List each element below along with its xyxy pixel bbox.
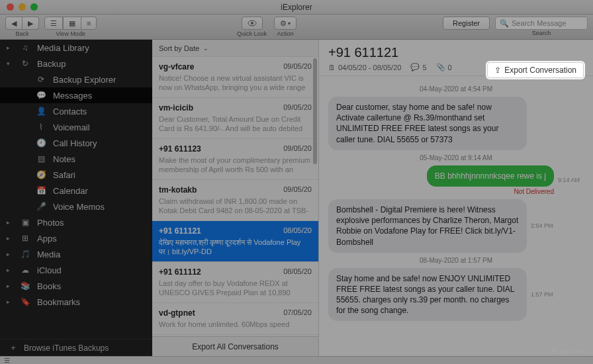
browse-backups-button[interactable]: ＋ Browse iTunes Backups — [0, 339, 152, 356]
disclosure-icon: ▸ — [7, 298, 13, 305]
sidebar-item-media-library[interactable]: ▸♫Media Library — [0, 40, 152, 56]
view-mode-2[interactable]: ▦ — [63, 17, 81, 30]
window-title: iExplorer — [281, 3, 312, 12]
sidebar-item-backup-explorer[interactable]: ⟳Backup Explorer — [0, 71, 152, 87]
minimize-icon[interactable] — [19, 3, 26, 11]
disclosure-icon: ▸ — [7, 283, 13, 289]
tape-icon: ⌇ — [36, 122, 46, 132]
sidebar-item-calendar[interactable]: 📅Calendar — [0, 183, 152, 199]
gear-icon: ⚙ — [280, 19, 287, 28]
conversation-preview: Notice! Choose a new virtual assistant V… — [159, 73, 312, 92]
sidebar-item-label: Call History — [53, 138, 97, 148]
sidebar-item-label: Backup — [37, 59, 66, 69]
sidebar-item-bookmarks[interactable]: ▸🔖Bookmarks — [0, 294, 152, 310]
message-time: 1:57 PM — [531, 291, 553, 298]
view-mode-3[interactable]: ≡ — [81, 17, 97, 30]
conversation-preview: Claim withdrawal of INR 1,800.00 made on… — [159, 197, 312, 215]
eye-icon — [248, 20, 257, 26]
quicklook-label: Quick Look — [237, 30, 267, 37]
menu-icon[interactable]: ☰ — [4, 357, 10, 364]
svg-point-1 — [251, 22, 253, 24]
chevron-down-icon: ▾ — [288, 21, 291, 26]
sidebar-item-notes[interactable]: ▤Notes — [0, 151, 152, 167]
sidebar-item-call-history[interactable]: 🕘Call History — [0, 135, 152, 151]
conversation-date: 07/05/20 — [283, 308, 312, 318]
sidebar-item-photos[interactable]: ▸▣Photos — [0, 214, 152, 230]
book-icon: 📚 — [20, 281, 30, 291]
conversation-item[interactable]: +91 61111208/05/20Last day offer to buy … — [152, 262, 318, 303]
user-icon: 👤 — [36, 107, 46, 116]
refresh-icon: ⟳ — [36, 75, 46, 84]
back-button[interactable]: ◀ — [5, 17, 23, 30]
sidebar-item-contacts[interactable]: 👤Contacts — [0, 103, 152, 119]
conversation-item[interactable]: +91 61112108/05/20देखिए महाभारत,श्री कृष… — [152, 221, 318, 262]
chevron-down-icon: ⌄ — [203, 45, 208, 52]
disclosure-icon: ▸ — [7, 251, 13, 257]
sidebar-item-voice-memos[interactable]: 🎤Voice Memos — [0, 199, 152, 214]
conversation-item[interactable]: vm-icicib09/05/20Dear Customer, Total Am… — [152, 98, 318, 139]
sidebar-item-label: Media Library — [37, 43, 89, 53]
sidebar-item-books[interactable]: ▸📚Books — [0, 278, 152, 294]
scrollbar[interactable] — [313, 58, 317, 164]
conversation-sender: +91 611112 — [159, 267, 201, 277]
sidebar-item-label: Contacts — [53, 107, 87, 116]
view-mode-1[interactable]: ☰ — [44, 17, 63, 30]
message-detail: +91 611121 🗓04/05/20 - 08/05/20 💬5 📎0 ⇪ … — [319, 40, 593, 356]
conversation-item[interactable]: tm-kotakb09/05/20Claim withdrawal of INR… — [152, 180, 318, 221]
sidebar-item-label: Notes — [53, 154, 75, 164]
export-all-button[interactable]: Export All Conversations — [152, 336, 318, 356]
zoom-icon[interactable] — [30, 3, 38, 11]
conversation-item[interactable]: vg-vfcare09/05/20Notice! Choose a new vi… — [152, 57, 318, 98]
compass-icon: 🧭 — [36, 170, 46, 179]
sidebar-item-icloud[interactable]: ▸☁iCloud — [0, 262, 152, 278]
paperclip-icon: 📎 — [436, 63, 445, 71]
conversation-date: 09/05/20 — [283, 144, 312, 154]
sidebar-item-label: Books — [37, 281, 61, 291]
conversation-item[interactable]: +91 61112309/05/20Make the most of your … — [152, 139, 318, 180]
date-separator: 08-May-2020 at 1:57 PM — [328, 257, 584, 264]
sort-dropdown[interactable]: Sort by Date ⌄ — [152, 40, 318, 57]
action-label: Action — [277, 30, 293, 37]
action-button[interactable]: ⚙▾ — [274, 17, 296, 30]
viewmode-label: View Mode — [56, 30, 85, 37]
plus-icon: ＋ — [9, 342, 17, 353]
quicklook-button[interactable] — [242, 17, 263, 30]
sidebar: ▸♫Media Library▾↻Backup⟳Backup Explorer💬… — [0, 40, 152, 356]
bubble-icon: 💬 — [36, 91, 46, 100]
sidebar-item-label: Photos — [37, 218, 64, 228]
conversation-date: 09/05/20 — [283, 62, 312, 71]
conversation-preview: देखिए महाभारत,श्री कृष्णा दूरदर्शन से Vo… — [159, 238, 312, 256]
sidebar-item-label: iCloud — [37, 265, 62, 275]
message-count: 💬5 — [410, 63, 426, 71]
cloud-icon: ☁ — [20, 265, 30, 275]
search-input[interactable]: 🔍 Search Message — [495, 17, 588, 30]
conversation-date: 08/05/20 — [283, 226, 312, 236]
clock-icon: ↻ — [20, 59, 30, 68]
sidebar-item-backup[interactable]: ▾↻Backup — [0, 56, 152, 71]
sidebar-item-messages[interactable]: 💬Messages — [0, 87, 152, 103]
sidebar-item-label: Media — [37, 250, 60, 259]
register-button[interactable]: Register — [443, 17, 490, 30]
conversation-date: 09/05/20 — [283, 185, 312, 195]
conversation-sender: +91 611121 — [159, 226, 201, 236]
message-row: BB bhhhhjnnnnnksqee rewe is jNot Deliver… — [328, 165, 584, 195]
conversation-preview: Work for home unlimited. 60Mbps speed — [159, 320, 312, 329]
forward-button[interactable]: ▶ — [23, 17, 39, 30]
sidebar-item-label: Bookmarks — [37, 297, 80, 307]
export-conversation-button[interactable]: ⇪ Export Conversation — [487, 62, 584, 78]
sidebar-item-safari[interactable]: 🧭Safari — [0, 167, 152, 183]
sidebar-item-voicemail[interactable]: ⌇Voicemail — [0, 119, 152, 135]
export-icon: ⇪ — [494, 66, 501, 75]
search-icon: 🔍 — [500, 19, 509, 28]
back-label: Back — [15, 30, 28, 37]
conversation-sender: +91 611123 — [159, 144, 201, 154]
close-icon[interactable] — [7, 3, 14, 11]
conversation-sender: tm-kotakb — [159, 185, 197, 195]
conversation-item[interactable]: vd-gtpnet07/05/20Work for home unlimited… — [152, 303, 318, 335]
sidebar-item-apps[interactable]: ▸⊞Apps — [0, 230, 152, 246]
search-label: Search — [532, 30, 551, 36]
disclosure-icon: ▾ — [7, 60, 13, 67]
conversation-date: 08/05/20 — [283, 267, 312, 277]
music-icon: ♫ — [20, 43, 30, 52]
sidebar-item-media[interactable]: ▸🎵Media — [0, 246, 152, 262]
